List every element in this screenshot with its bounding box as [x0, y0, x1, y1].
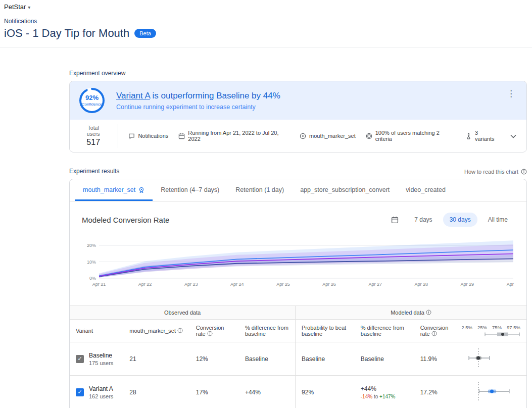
svg-text:Apr 21: Apr 21 — [92, 282, 106, 287]
variants-icon — [465, 133, 472, 139]
col-header-percentiles: 2.5%25%75%97.5% — [455, 320, 526, 342]
tab-retention-4-7-days[interactable]: Retention (4–7 days) — [153, 179, 227, 201]
observed-diff: +44% — [239, 376, 296, 408]
col-header-conversion-rate: Conversion rate — [190, 320, 239, 342]
modeled-diff: +44% -14% to +147% — [355, 376, 414, 408]
meta-channel: Notifications — [128, 133, 168, 139]
credible-interval-plot — [455, 342, 526, 376]
info-icon — [426, 310, 431, 315]
overview-section-label: Experiment overview — [69, 70, 527, 77]
results-section-label: Experiment results — [69, 168, 119, 175]
probability: 92% — [296, 376, 355, 408]
info-icon — [521, 169, 527, 175]
metric-count: 21 — [123, 342, 189, 376]
svg-text:10%: 10% — [87, 260, 96, 265]
svg-text:Apr 29: Apr 29 — [461, 282, 474, 287]
info-icon — [177, 328, 183, 333]
overview-headline: Variant A is outperforming Baseline by 4… — [116, 91, 494, 101]
variant-a-link[interactable]: Variant A — [116, 91, 150, 100]
svg-text:Apr 23: Apr 23 — [184, 282, 198, 287]
modeled-diff: Baseline — [355, 342, 414, 376]
svg-text:Apr 27: Apr 27 — [368, 282, 382, 287]
range-30-days-button[interactable]: 30 days — [443, 213, 477, 227]
results-card: mouth_marker_set Retention (4–7 days) Re… — [69, 179, 527, 408]
svg-text:Apr 30: Apr 30 — [507, 282, 514, 287]
probability: Baseline — [296, 342, 355, 376]
goal-icon — [138, 187, 144, 193]
meta-criteria: 100% of users matching 2 criteria — [366, 130, 455, 142]
tab-mouth-marker-set[interactable]: mouth_marker_set — [75, 179, 153, 201]
table-row-variant-a: ✓ Variant A 162 users 28 17% +44% 92% +4… — [70, 376, 526, 408]
results-table: Observed data Modeled data Variant mouth… — [70, 305, 526, 408]
modeled-rate: 11.9% — [414, 342, 456, 376]
col-header-diff-observed: % difference from baseline — [239, 320, 296, 342]
range-all-time-button[interactable]: All time — [481, 213, 514, 227]
credible-interval-plot — [455, 376, 526, 408]
goal-icon — [300, 133, 306, 139]
expand-chevron-icon[interactable] — [508, 129, 518, 142]
meta-dates: Running from Apr 21, 2022 to Jul 20, 202… — [178, 130, 289, 142]
table-row-baseline: ✓ Baseline 175 users 21 12% Baseline Bas… — [70, 342, 526, 376]
metric-count: 28 — [123, 376, 189, 408]
col-header-metric: mouth_marker_set — [123, 320, 189, 342]
chevron-down-icon: ▾ — [28, 5, 30, 10]
beta-badge: Beta — [134, 29, 156, 38]
range-7-days-button[interactable]: 7 days — [408, 213, 439, 227]
page-title: iOS - 1 Day Tip for Mouth — [4, 27, 129, 40]
conversion-rate: 17% — [190, 376, 239, 408]
meta-variants: 3 variants — [465, 130, 498, 142]
svg-text:Apr 25: Apr 25 — [276, 282, 290, 287]
conversion-chart: 0%10%20%Apr 21Apr 22Apr 23Apr 24Apr 25Ap… — [70, 230, 526, 298]
conversion-rate: 12% — [190, 342, 239, 376]
overview-card: 92% Confidence Variant A is outperformin… — [69, 81, 527, 152]
calendar-icon — [178, 133, 185, 139]
total-users: Total users 517 — [78, 124, 118, 148]
col-header-diff-modeled: % difference from baseline — [355, 320, 414, 342]
percentile-legend-glyph — [484, 332, 520, 337]
how-to-read-link[interactable]: How to read this chart — [464, 169, 527, 175]
tab-video-created[interactable]: video_created — [398, 179, 454, 201]
modeled-data-group-header: Modeled data — [296, 306, 526, 320]
confidence-label: Confidence — [82, 102, 102, 107]
svg-text:20%: 20% — [87, 243, 96, 248]
project-selector[interactable]: PetStar▾ — [0, 0, 532, 11]
svg-text:Apr 24: Apr 24 — [230, 282, 244, 287]
svg-text:Apr 26: Apr 26 — [322, 282, 336, 287]
baseline-checkbox[interactable]: ✓ — [76, 355, 84, 363]
info-icon — [431, 331, 437, 336]
chart-title: Modeled Conversion Rate — [82, 216, 169, 224]
confidence-value: 92% — [85, 94, 99, 101]
svg-text:Apr 22: Apr 22 — [138, 282, 152, 287]
calendar-icon[interactable] — [391, 214, 404, 226]
svg-text:Apr 28: Apr 28 — [415, 282, 428, 287]
col-header-modeled-rate: Conversion rate — [414, 320, 456, 342]
variant-a-checkbox[interactable]: ✓ — [76, 388, 84, 396]
observed-data-group-header: Observed data — [70, 306, 296, 320]
confidence-gauge: 92% Confidence — [78, 86, 106, 115]
notifications-icon — [128, 133, 135, 139]
meta-goal: mouth_marker_set — [300, 133, 356, 139]
project-name: PetStar — [4, 3, 26, 11]
tab-app-store-subscription-convert[interactable]: app_store_subscription_convert — [292, 179, 398, 201]
metric-tabs: mouth_marker_set Retention (4–7 days) Re… — [70, 179, 526, 201]
tab-retention-1-day[interactable]: Retention (1 day) — [227, 179, 292, 201]
overflow-menu-icon[interactable]: ⋮ — [504, 86, 518, 101]
observed-diff: Baseline — [239, 342, 296, 376]
credible-interval-text: -14% to +147% — [361, 394, 408, 399]
criteria-icon — [366, 133, 372, 139]
col-header-probability: Probability to beat baseline — [296, 320, 355, 342]
modeled-rate: 17.2% — [414, 376, 456, 408]
col-header-variant: Variant — [70, 320, 123, 342]
overview-subtitle: Continue running experiment to increase … — [116, 104, 494, 111]
breadcrumb[interactable]: Notifications — [0, 11, 532, 26]
svg-text:0%: 0% — [89, 276, 96, 281]
info-icon — [207, 331, 213, 336]
